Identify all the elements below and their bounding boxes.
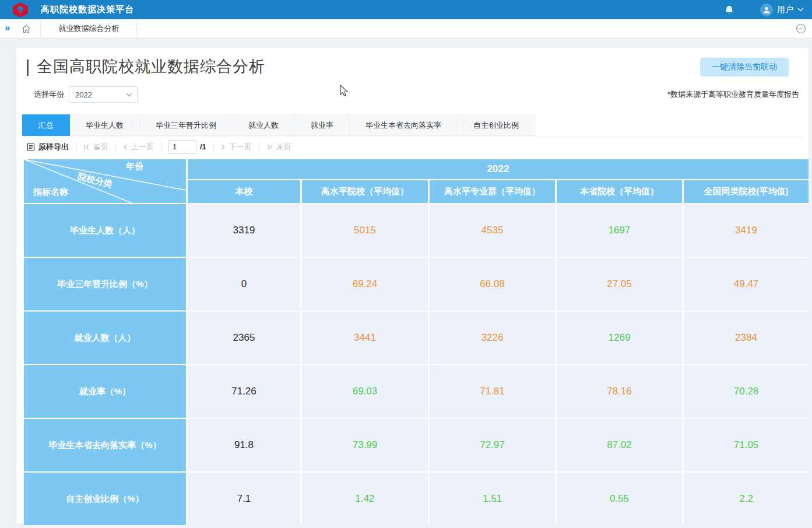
metric-tab-1[interactable]: 毕业生人数 [70, 114, 140, 136]
value-cell: 2384 [684, 312, 809, 364]
page-title: 全国高职院校就业数据综合分析 [37, 56, 265, 77]
metric-tab-3[interactable]: 就业人数 [233, 114, 295, 136]
metric-tab-2[interactable]: 毕业三年晋升比例 [140, 114, 233, 136]
value-cell: 1.51 [430, 473, 555, 525]
bell-icon[interactable] [724, 5, 734, 15]
value-cell: 27.05 [557, 258, 682, 310]
breadcrumb-tab-strip: » 就业数据综合分析 [0, 19, 812, 39]
value-cell: 7.1 [188, 473, 300, 525]
home-icon[interactable] [16, 25, 40, 33]
year-select-label: 选择年份 [34, 89, 64, 100]
table-row: 毕业生本省去向落实率（%）91.873.9972.9787.0271.05 [24, 419, 809, 471]
column-header-3: 本省院校（平均值） [557, 180, 682, 203]
value-cell: 0 [188, 258, 300, 310]
value-cell: 49.47 [684, 258, 809, 310]
chevron-down-icon [126, 93, 132, 97]
metric-row-label: 就业率（%） [24, 365, 186, 418]
metric-tab-4[interactable]: 就业率 [295, 114, 350, 136]
value-cell: 3441 [302, 312, 428, 364]
year-select[interactable]: 2022 [69, 86, 138, 103]
app-title: 高职院校数据决策平台 [41, 4, 134, 15]
data-source-note: *数据来源于高等职业教育质量年度报告 [667, 89, 799, 100]
value-cell: 73.99 [302, 419, 428, 471]
export-document-icon [27, 143, 35, 151]
user-menu[interactable]: 用户 [760, 4, 804, 16]
next-page-button[interactable]: 下一页 [221, 142, 252, 152]
app-logo-icon [12, 2, 31, 18]
value-cell: 72.97 [430, 419, 555, 471]
column-header-4: 全国同类院校(平均值) [684, 180, 809, 203]
metric-tab-5[interactable]: 毕业生本省去向落实率 [350, 114, 458, 136]
value-cell: 69.03 [302, 365, 428, 418]
table-row: 自主创业比例（%）7.11.421.510.552.2 [24, 473, 809, 525]
year-select-value: 2022 [75, 90, 126, 99]
value-cell: 71.05 [684, 419, 809, 471]
user-label: 用户 [777, 5, 793, 15]
metric-row-label: 毕业三年晋升比例（%） [24, 258, 186, 310]
value-cell: 71.81 [430, 365, 555, 418]
metric-row-label: 自主创业比例（%） [24, 473, 186, 525]
value-cell: 3419 [684, 204, 809, 257]
value-cell: 3319 [188, 204, 300, 257]
table-row: 就业率（%）71.2669.0371.8178.1670.28 [24, 365, 809, 418]
metric-row-label: 就业人数（人） [24, 312, 186, 364]
value-cell: 87.02 [557, 419, 682, 471]
metric-tab-6[interactable]: 自主创业比例 [458, 114, 535, 136]
prev-page-button[interactable]: 上一页 [123, 142, 154, 152]
value-cell: 2365 [188, 312, 300, 364]
value-cell: 71.26 [188, 365, 300, 418]
metric-row-label: 毕业生人数（人） [24, 204, 186, 257]
chevron-right-icon [221, 144, 226, 150]
first-page-button[interactable]: 首页 [83, 142, 108, 152]
value-cell: 0.55 [557, 473, 682, 525]
corner-label-year: 年份 [126, 161, 143, 172]
value-cell: 66.08 [430, 258, 555, 310]
title-accent-bar [27, 60, 29, 76]
value-cell: 78.16 [557, 365, 682, 418]
value-cell: 1697 [557, 204, 682, 257]
more-ellipsis-icon[interactable] [796, 23, 806, 34]
summary-data-table: 年份 院校分类 指标名称 2022 本校高水平院校（平均值）高水平专业群（平均值… [22, 158, 810, 526]
corner-label-metric: 指标名称 [33, 187, 68, 198]
chevron-left-icon [123, 144, 128, 150]
page-total: /1 [200, 142, 206, 151]
table-row: 毕业生人数（人）33195015453516973419 [24, 204, 809, 257]
page-number-input[interactable] [168, 140, 196, 154]
content-card: 全国高职院校就业数据综合分析 一键清除当前联动 选择年份 2022 *数据来源于… [16, 48, 809, 523]
column-header-2: 高水平专业群（平均值） [430, 180, 555, 203]
column-header-0: 本校 [188, 180, 300, 203]
value-cell: 1.42 [302, 473, 428, 525]
top-app-bar: 高职院校数据决策平台 用户 [0, 0, 812, 19]
value-cell: 2.2 [684, 473, 809, 525]
value-cell: 5015 [302, 204, 428, 257]
column-header-1: 高水平院校（平均值） [302, 180, 428, 203]
year-header-cell: 2022 [188, 159, 809, 179]
clear-linkage-button[interactable]: 一键清除当前联动 [700, 58, 789, 76]
table-row: 毕业三年晋升比例（%）069.2466.0827.0549.47 [24, 258, 809, 310]
last-page-button[interactable]: 末页 [266, 142, 291, 152]
first-page-icon [83, 144, 90, 150]
user-avatar-icon [760, 4, 773, 16]
metric-tab-bar: 汇总毕业生人数毕业三年晋升比例就业人数就业率毕业生本省去向落实率自主创业比例 [22, 114, 804, 136]
value-cell: 4535 [430, 204, 555, 257]
table-toolbar: 原样导出 首页 上一页 /1 [22, 136, 804, 157]
table-row: 就业人数（人）23653441322612692384 [24, 312, 809, 364]
diagonal-corner-cell: 年份 院校分类 指标名称 [24, 159, 186, 203]
collapse-chevrons-icon[interactable]: » [0, 22, 16, 35]
chevron-down-icon [797, 8, 804, 12]
tab-employment-analysis[interactable]: 就业数据综合分析 [41, 19, 136, 39]
metric-row-label: 毕业生本省去向落实率（%） [24, 419, 186, 471]
metric-tab-0[interactable]: 汇总 [22, 114, 70, 136]
page-background: 全国高职院校就业数据综合分析 一键清除当前联动 选择年份 2022 *数据来源于… [0, 39, 812, 528]
value-cell: 3226 [430, 312, 555, 364]
value-cell: 91.8 [188, 419, 300, 471]
value-cell: 70.28 [684, 365, 809, 418]
export-button[interactable]: 原样导出 [27, 142, 69, 152]
last-page-icon [266, 144, 273, 150]
value-cell: 1269 [557, 312, 682, 364]
value-cell: 69.24 [302, 258, 428, 310]
